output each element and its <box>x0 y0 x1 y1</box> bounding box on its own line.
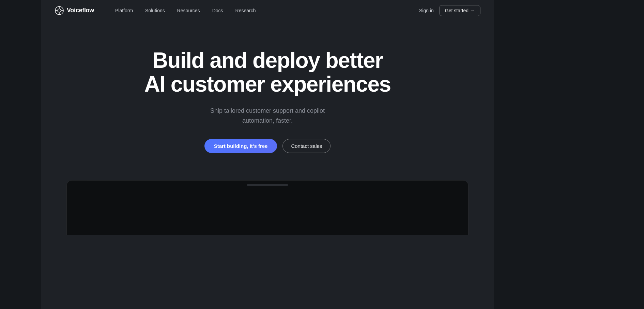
nav-links: Platform Solutions Resources Docs Resear… <box>110 6 419 15</box>
hero-title-line1: Build and deploy better <box>152 48 383 73</box>
start-building-button[interactable]: Start building, it's free <box>204 139 277 153</box>
nav-docs[interactable]: Docs <box>208 6 228 15</box>
hero-title-line2: AI customer experiences <box>144 72 390 96</box>
preview-area <box>41 173 494 235</box>
navbar: Voiceflow Platform Solutions Resources D… <box>41 0 494 21</box>
hero-buttons: Start building, it's free Contact sales <box>204 139 331 153</box>
laptop-notch <box>247 184 288 186</box>
logo-text: Voiceflow <box>67 7 94 14</box>
laptop-frame <box>66 180 469 235</box>
main-content: Voiceflow Platform Solutions Resources D… <box>41 0 494 309</box>
contact-sales-button[interactable]: Contact sales <box>282 139 331 153</box>
right-sidebar-strip <box>494 0 644 309</box>
voiceflow-logo-icon <box>55 6 64 15</box>
grid-line-left <box>41 0 41 309</box>
nav-resources[interactable]: Resources <box>172 6 205 15</box>
svg-point-1 <box>58 9 61 12</box>
hero-title: Build and deploy better AI customer expe… <box>144 48 390 96</box>
grid-line-right <box>494 0 494 309</box>
hero-subtitle: Ship tailored customer support and copil… <box>196 106 339 126</box>
get-started-button[interactable]: Get started → <box>439 5 480 16</box>
logo-link[interactable]: Voiceflow <box>55 6 94 15</box>
nav-research[interactable]: Research <box>231 6 261 15</box>
nav-platform[interactable]: Platform <box>110 6 138 15</box>
left-sidebar-strip <box>0 0 41 309</box>
nav-actions: Sign in Get started → <box>419 5 480 16</box>
nav-solutions[interactable]: Solutions <box>140 6 170 15</box>
sign-in-link[interactable]: Sign in <box>419 8 434 13</box>
hero-section: Build and deploy better AI customer expe… <box>41 21 494 173</box>
